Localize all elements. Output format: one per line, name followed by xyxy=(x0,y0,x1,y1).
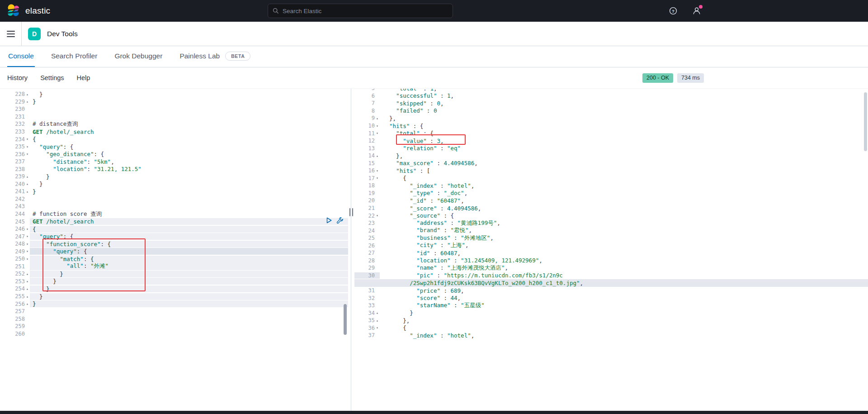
code-text[interactable]: { xyxy=(380,324,868,331)
code-row[interactable]: 242 xyxy=(0,195,348,203)
code-row[interactable]: 235▾ "query": { xyxy=(0,143,348,151)
send-request-button[interactable] xyxy=(326,217,333,224)
code-text[interactable]: "query": { xyxy=(30,143,348,150)
code-text[interactable]: } xyxy=(380,309,868,316)
code-text[interactable]: "address" : "黄浦路199号", xyxy=(380,219,868,227)
code-row[interactable]: 37 "_index" : "hotel", xyxy=(354,332,868,339)
code-row[interactable]: 12 "value" : 3, xyxy=(354,137,868,145)
code-text[interactable]: GET /hotel/_search xyxy=(30,218,348,225)
nav-menu-button[interactable] xyxy=(0,22,22,46)
fold-marker[interactable]: ▴ xyxy=(25,302,30,306)
code-row[interactable]: 257 xyxy=(0,308,348,315)
code-text[interactable]: "value" : 3, xyxy=(380,138,868,144)
code-text[interactable]: "name" : "上海外滩茂悦大酒店", xyxy=(380,264,868,272)
fold-marker[interactable]: ▾ xyxy=(375,176,380,180)
code-text[interactable]: "distance": "5km", xyxy=(30,158,348,165)
code-row[interactable]: 10▾ "hits" : { xyxy=(354,122,868,130)
gutter-cell[interactable]: 36▾ xyxy=(354,325,380,331)
menu-item-help[interactable]: Help xyxy=(77,74,90,81)
gutter-cell[interactable]: 238 xyxy=(0,166,30,172)
code-row[interactable]: 228▴ } xyxy=(0,90,348,98)
gutter-cell[interactable]: 239▴ xyxy=(0,173,30,180)
code-text[interactable]: } xyxy=(30,173,348,180)
code-text[interactable]: "all": "外滩" xyxy=(30,262,348,270)
code-text[interactable]: "failed" : 0 xyxy=(380,107,868,114)
code-row[interactable]: 249▾ "query": { xyxy=(0,247,348,255)
code-row[interactable]: 231 xyxy=(0,113,348,121)
gutter-cell[interactable]: 18 xyxy=(354,182,380,189)
fold-marker[interactable]: ▴ xyxy=(25,287,30,291)
code-text[interactable]: "brand" : "君悦", xyxy=(380,227,868,234)
code-text[interactable]: "_type" : "_doc", xyxy=(380,190,868,196)
code-text[interactable]: "skipped" : 0, xyxy=(380,100,868,107)
code-row[interactable]: 14▴ }, xyxy=(354,152,868,160)
code-row[interactable]: 251 "all": "外滩" xyxy=(0,263,348,271)
code-row[interactable]: 22▾ "_source" : { xyxy=(354,212,868,219)
pane-splitter[interactable] xyxy=(348,89,354,411)
code-row[interactable]: 19 "_type" : "_doc", xyxy=(354,190,868,197)
gutter-cell[interactable]: 255▴ xyxy=(0,293,30,300)
gutter-cell[interactable]: 253▴ xyxy=(0,278,30,285)
gutter-cell[interactable]: 231 xyxy=(0,114,30,120)
code-text[interactable]: }, xyxy=(380,152,868,159)
gutter-cell[interactable]: 5 xyxy=(354,89,380,91)
gutter-cell[interactable]: 254▴ xyxy=(0,286,30,292)
code-text[interactable]: "business" : "外滩地区", xyxy=(380,234,868,242)
gutter-cell[interactable]: 25 xyxy=(354,235,380,241)
code-row[interactable]: /2Swp2h1fdj9zCUKsk63BQvVgKLTo_w200_h200_… xyxy=(354,279,868,287)
code-text[interactable]: "_source" : { xyxy=(380,212,868,219)
code-row[interactable]: 15 "max_score" : 4.4094586, xyxy=(354,159,868,167)
gutter-cell[interactable]: 251 xyxy=(0,263,30,270)
gutter-cell[interactable]: 236▾ xyxy=(0,151,30,157)
right-scrollbar-thumb[interactable] xyxy=(864,92,867,151)
request-editor[interactable]: 228▴ }229▴}230231232# distance查询233GET /… xyxy=(0,89,348,411)
code-row[interactable]: 27 "id" : 60487, xyxy=(354,249,868,257)
fold-marker[interactable]: ▴ xyxy=(25,295,30,299)
fold-marker[interactable]: ▴ xyxy=(375,116,380,120)
gutter-cell[interactable]: 21 xyxy=(354,205,380,211)
gutter-cell[interactable]: 11▾ xyxy=(354,130,380,137)
code-row[interactable]: 16▾ "hits" : [ xyxy=(354,167,868,175)
code-row[interactable]: 238 "location": "31.21, 121.5" xyxy=(0,165,348,173)
elastic-home-link[interactable]: elastic xyxy=(0,4,50,18)
gutter-cell[interactable]: 241▴ xyxy=(0,188,30,195)
code-text[interactable]: # distance查询 xyxy=(30,120,348,128)
fold-marker[interactable]: ▴ xyxy=(375,311,380,315)
code-row[interactable]: 25 "business" : "外滩地区", xyxy=(354,234,868,242)
code-row[interactable]: 9▴ }, xyxy=(354,114,868,122)
code-text[interactable]: { xyxy=(30,226,348,233)
code-row[interactable]: 13 "relation" : "eq" xyxy=(354,144,868,152)
space-avatar[interactable]: D xyxy=(28,28,41,40)
gutter-cell[interactable]: 249▾ xyxy=(0,248,30,255)
gutter-cell[interactable]: 245 xyxy=(0,219,30,225)
code-row[interactable]: 33 "starName" : "五星级" xyxy=(354,302,868,309)
fold-marker[interactable]: ▾ xyxy=(375,169,380,173)
user-menu-button[interactable] xyxy=(692,6,702,16)
gutter-cell[interactable]: 35▴ xyxy=(354,317,380,324)
gutter-cell[interactable]: 23 xyxy=(354,220,380,226)
gutter-cell[interactable]: 258 xyxy=(0,316,30,322)
code-row[interactable]: 253▴ } xyxy=(0,278,348,286)
gutter-cell[interactable]: 8 xyxy=(354,108,380,114)
code-text[interactable]: } xyxy=(30,188,348,195)
code-row[interactable]: 248▾ "function_score": { xyxy=(0,240,348,248)
gutter-cell[interactable]: 22▾ xyxy=(354,213,380,219)
gutter-cell[interactable]: 29 xyxy=(354,265,380,271)
code-text[interactable]: "max_score" : 4.4094586, xyxy=(380,160,868,167)
code-text[interactable]: "total" : 1, xyxy=(380,89,868,92)
code-text[interactable]: }, xyxy=(380,317,868,324)
code-text[interactable]: "hits" : { xyxy=(380,123,868,129)
code-row[interactable]: 24 "brand" : "君悦", xyxy=(354,227,868,234)
code-text[interactable]: "total" : { xyxy=(380,130,868,137)
code-row[interactable]: 256▴} xyxy=(0,300,348,308)
gutter-cell[interactable]: 259 xyxy=(0,323,30,329)
code-row[interactable]: 260 xyxy=(0,330,348,338)
gutter-cell[interactable]: 243 xyxy=(0,203,30,209)
code-row[interactable]: 236▾ "geo_distance": { xyxy=(0,150,348,158)
help-button[interactable]: ? xyxy=(668,6,678,16)
code-text[interactable]: "city" : "上海", xyxy=(380,242,868,249)
code-row[interactable]: 8 "failed" : 0 xyxy=(354,107,868,115)
fold-marker[interactable]: ▴ xyxy=(25,92,30,96)
code-row[interactable]: 241▴} xyxy=(0,188,348,195)
code-text[interactable]: # function score 查询 xyxy=(30,210,348,218)
